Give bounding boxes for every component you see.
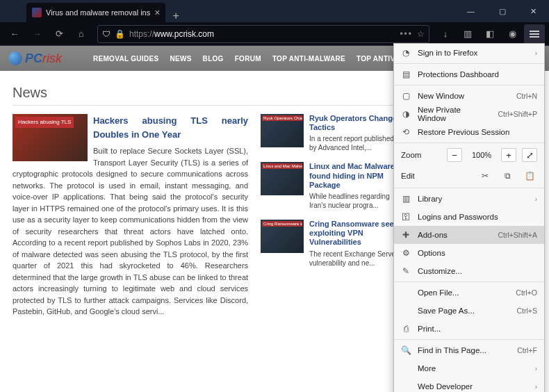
mini-body: While headlines regarding Iran's nuclear… [309, 192, 399, 210]
zoom-value[interactable]: 100% [468, 151, 495, 159]
chevron-right-icon: › [535, 49, 537, 57]
print-icon: ⎙ [401, 324, 411, 334]
mini-thumb: Cring Ransomware se [261, 220, 304, 253]
menu-print[interactable]: ⎙ Print... [394, 320, 544, 338]
menu-signin[interactable]: ◔ Sign in to Firefox › [394, 44, 544, 62]
mini-title: Cring Ransomware seen exploiting VPN Vul… [309, 220, 399, 247]
nav-link[interactable]: TOP ANTI-MALWARE [272, 55, 345, 63]
library-icon: ▥ [401, 194, 411, 204]
mini-article[interactable]: Cring Ransomware se Cring Ransomware see… [261, 220, 399, 268]
sidebar-button[interactable]: ◧ [480, 24, 500, 44]
tab-title: Virus and malware removal ins [46, 8, 150, 17]
nav-link[interactable]: NEWS [170, 55, 191, 63]
article-body: Built to replace Secure Sockets Layer (S… [13, 147, 248, 316]
chevron-right-icon: › [535, 195, 537, 203]
search-icon: 🔍 [401, 345, 411, 355]
menu-save-page[interactable]: Save Page As... Ctrl+S [394, 302, 544, 320]
minimize-button[interactable]: — [455, 0, 486, 22]
mini-title: Ryuk Operators Change Tactics [309, 114, 399, 132]
main-article: Hackers abusing TLS Hackers abusing TLS … [13, 114, 248, 392]
menu-more[interactable]: More › [394, 359, 544, 377]
back-button[interactable]: ← [4, 24, 25, 44]
menu-restore-session[interactable]: ⟲ Restore Previous Session [394, 123, 544, 141]
lock-icon: 🔒 [115, 29, 125, 39]
nav-link[interactable]: REMOVAL GUIDES [93, 55, 158, 63]
page-actions[interactable]: ••• [400, 29, 413, 39]
close-window-button[interactable]: ✕ [518, 0, 549, 22]
menu-library[interactable]: ▥ Library › [394, 190, 544, 208]
reload-button[interactable]: ⟳ [49, 24, 69, 44]
menu-edit: Edit ✂ ⧉ 📋 [394, 165, 544, 186]
mini-body: The recent Exchange Server vulnerability… [309, 250, 399, 268]
menu-open-file[interactable]: Open File... Ctrl+O [394, 284, 544, 302]
app-menu-panel: ◔ Sign in to Firefox › ▤ Protections Das… [393, 43, 545, 392]
window-icon: ▢ [401, 91, 411, 101]
menu-zoom: Zoom − 100% + ⤢ [394, 145, 544, 165]
titlebar: Virus and malware removal ins × + — ▢ ✕ [0, 0, 549, 22]
zoom-out-button[interactable]: − [447, 148, 462, 162]
menu-new-window[interactable]: ▢ New Window Ctrl+N [394, 87, 544, 105]
browser-tab[interactable]: Virus and malware removal ins × [26, 3, 165, 22]
toolbar: ← → ⟳ ⌂ 🛡 🔒 https://www.pcrisk.com ••• ☆… [0, 22, 549, 46]
dashboard-icon: ▤ [401, 70, 411, 79]
bookmark-star-icon[interactable]: ☆ [417, 29, 425, 39]
shield-icon: 🛡 [102, 29, 110, 39]
account-icon: ◔ [401, 48, 411, 58]
account-button[interactable]: ◉ [502, 24, 523, 44]
favicon [32, 8, 42, 17]
menu-addons[interactable]: ✚ Add-ons Ctrl+Shift+A [394, 226, 544, 244]
globe-icon [8, 51, 22, 65]
nav-link[interactable]: FORUM [235, 55, 261, 63]
mini-body: In a recent report published by Advanced… [309, 134, 399, 152]
maximize-button[interactable]: ▢ [486, 0, 518, 22]
puzzle-icon: ✚ [401, 230, 411, 240]
copy-button[interactable]: ⧉ [500, 169, 515, 183]
menu-logins[interactable]: ⚿ Logins and Passwords [394, 208, 544, 226]
menu-options[interactable]: ⚙ Options [394, 244, 544, 262]
mini-articles: Ryuk Operators Chan Ryuk Operators Chang… [261, 114, 399, 392]
tab-strip: Virus and malware removal ins × + [0, 0, 186, 22]
url-bar[interactable]: 🛡 🔒 https://www.pcrisk.com ••• ☆ [97, 25, 429, 43]
nav-link[interactable]: BLOG [203, 55, 224, 63]
home-button[interactable]: ⌂ [71, 24, 92, 44]
mini-article[interactable]: Linux and Mac Malwa Linux and Mac Malwar… [261, 162, 399, 210]
cut-button[interactable]: ✂ [477, 169, 493, 183]
article-thumb[interactable]: Hackers abusing TLS [13, 114, 88, 161]
paste-button[interactable]: 📋 [522, 169, 537, 183]
site-logo[interactable]: PCrisk [0, 46, 83, 71]
library-button[interactable]: ▥ [457, 24, 478, 44]
url-text: https://www.pcrisk.com [129, 29, 214, 39]
paint-icon: ✎ [401, 266, 411, 276]
forward-button[interactable]: → [26, 24, 47, 44]
menu-new-private[interactable]: ◑ New Private Window Ctrl+Shift+P [394, 105, 544, 123]
gear-icon: ⚙ [401, 248, 411, 258]
fullscreen-button[interactable]: ⤢ [522, 148, 537, 162]
mini-article[interactable]: Ryuk Operators Chan Ryuk Operators Chang… [261, 114, 399, 152]
downloads-button[interactable]: ↓ [435, 24, 456, 44]
hamburger-menu-button[interactable] [524, 24, 545, 44]
zoom-in-button[interactable]: + [501, 148, 516, 162]
mask-icon: ◑ [401, 109, 411, 119]
key-icon: ⚿ [401, 212, 411, 222]
chevron-right-icon: › [535, 383, 537, 391]
mini-thumb: Linux and Mac Malwa [261, 162, 304, 195]
window-controls: — ▢ ✕ [455, 0, 549, 22]
mini-thumb: Ryuk Operators Chan [261, 114, 304, 147]
menu-protections[interactable]: ▤ Protections Dashboard [394, 65, 544, 83]
chevron-right-icon: › [535, 365, 537, 373]
menu-customize[interactable]: ✎ Customize... [394, 262, 544, 280]
menu-find[interactable]: 🔍 Find in This Page... Ctrl+F [394, 341, 544, 359]
new-tab-button[interactable]: + [165, 10, 186, 22]
restore-icon: ⟲ [401, 127, 411, 137]
close-tab-icon[interactable]: × [154, 7, 160, 18]
menu-webdev[interactable]: Web Developer › [394, 377, 544, 392]
mini-title: Linux and Mac Malware found hiding in NP… [309, 162, 399, 190]
